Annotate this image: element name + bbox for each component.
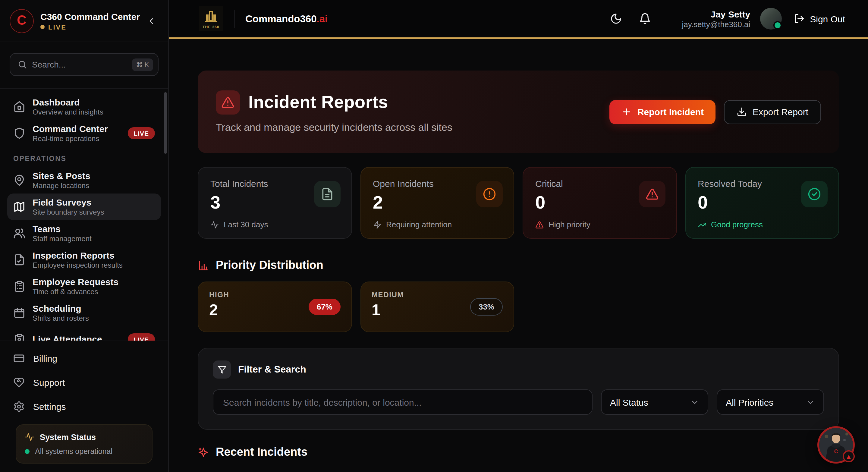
download-icon [737, 107, 747, 117]
stat-footer-label: Last 30 days [224, 220, 268, 229]
sidebar-item-inspection-reports[interactable]: Inspection Reports Employee inspection r… [7, 247, 161, 273]
report-incident-button[interactable]: Report Incident [610, 100, 716, 124]
sidebar-scrollbar[interactable] [164, 92, 167, 154]
sidebar-header: C C360 Command Center LIVE [0, 0, 168, 42]
nav-text: Inspection Reports Employee inspection r… [33, 250, 155, 270]
sidebar-footer: Billing Support Settings System Status [0, 341, 168, 472]
activity-icon [210, 220, 219, 229]
live-label: LIVE [48, 23, 67, 30]
map-pin-icon [13, 174, 25, 186]
filter-panel-header: Filter & Search [213, 360, 824, 379]
system-status-card: System Status All systems operational [16, 424, 153, 464]
page-subtitle: Track and manage security incidents acro… [216, 122, 453, 133]
notifications-button[interactable] [635, 9, 655, 28]
alert-circle-icon [476, 181, 503, 208]
sidebar-item-command-center[interactable]: Command Center Real-time operations LIVE [7, 120, 161, 147]
nav-desc: Shifts and rosters [33, 314, 155, 323]
nav-label: Live Attendance [33, 334, 120, 341]
priority-filter-select[interactable]: All Priorities [717, 389, 824, 415]
nav-text: Sites & Posts Manage locations [33, 170, 155, 190]
chevron-left-icon [147, 16, 156, 26]
page-title: Incident Reports [248, 92, 388, 112]
sidebar-item-settings[interactable]: Settings [7, 394, 161, 418]
incident-search-input[interactable] [213, 389, 592, 415]
sidebar-item-live-attendance[interactable]: Live Attendance LIVE [7, 326, 161, 341]
live-badge: LIVE [127, 127, 155, 139]
nav-desc: Site boundary surveys [33, 208, 155, 217]
brand-live-status: LIVE [40, 23, 137, 30]
nav-label: Billing [33, 353, 57, 363]
filter-controls: All Status All Priorities [213, 389, 824, 415]
sidebar-item-scheduling[interactable]: Scheduling Shifts and rosters [7, 300, 161, 326]
file-check-icon [13, 254, 25, 266]
system-status-title: System Status [40, 433, 96, 442]
top-navbar: THE 360 Commando360.ai Jay Setty jay.set… [169, 0, 868, 39]
sidebar-item-dashboard[interactable]: Dashboard Overview and insights [7, 93, 161, 120]
stat-card-total-incidents: Total Incidents 3 Last 30 days [198, 167, 352, 239]
bar-chart-icon [198, 259, 209, 271]
triangle-alert-icon [535, 220, 544, 229]
main-area: THE 360 Commando360.ai Jay Setty jay.set… [169, 0, 868, 472]
recent-incidents-title: Recent Incidents [198, 445, 839, 459]
stat-card-critical: Critical 0 High priority [523, 167, 677, 239]
sparkles-icon [198, 446, 209, 458]
sign-out-button[interactable]: Sign Out [791, 10, 847, 28]
priority-cards: HIGH 2 67% MEDIUM 1 33% [198, 282, 839, 332]
brand-text: C360 Command Center LIVE [40, 11, 137, 30]
user-info: Jay Setty jay.setty@the360.ai [682, 9, 750, 29]
nav-label: Scheduling [33, 303, 155, 314]
incident-header-left: Incident Reports Track and manage securi… [216, 90, 453, 133]
header-actions: Report Incident Export Report [610, 100, 821, 124]
sidebar-item-support[interactable]: Support [7, 370, 161, 394]
users-icon [13, 227, 25, 239]
nav-desc: Staff management [33, 234, 155, 243]
search-input[interactable] [32, 60, 127, 69]
export-report-button[interactable]: Export Report [724, 100, 821, 124]
sidebar-item-sites-posts[interactable]: Sites & Posts Manage locations [7, 167, 161, 193]
svg-text:C: C [834, 448, 838, 454]
assistant-chat-button[interactable]: C ▲ [817, 426, 855, 464]
stats-row: Total Incidents 3 Last 30 days Open Inci… [198, 167, 839, 239]
report-incident-label: Report Incident [638, 107, 704, 117]
sidebar-item-field-surveys[interactable]: Field Surveys Site boundary surveys [7, 193, 161, 220]
theme-toggle-button[interactable] [607, 9, 626, 28]
moon-icon [610, 13, 622, 25]
credit-card-icon [13, 352, 25, 364]
topbar-right: Jay Setty jay.setty@the360.ai Sign Out [607, 8, 847, 30]
user-avatar[interactable] [760, 8, 781, 30]
stat-footer-label: Good progress [711, 220, 763, 229]
sidebar-search-section: ⌘ K [0, 42, 168, 89]
sidebar-collapse-button[interactable] [144, 13, 158, 28]
priority-card-medium: MEDIUM 1 33% [360, 282, 514, 332]
live-badge: LIVE [127, 333, 155, 341]
system-status-text: All systems operational [35, 447, 113, 456]
page-content: Incident Reports Track and manage securi… [169, 39, 868, 472]
status-filter-value: All Status [610, 397, 648, 407]
recent-incidents-section: Recent Incidents [198, 445, 839, 459]
nav-text: Live Attendance [33, 334, 120, 341]
sign-out-label: Sign Out [810, 13, 845, 24]
nav-label: Teams [33, 223, 155, 234]
nav-label: Sites & Posts [33, 170, 155, 181]
sidebar-item-employee-requests[interactable]: Employee Requests Time off & advances [7, 273, 161, 300]
priority-label: HIGH [209, 290, 340, 299]
assistant-badge-icon: ▲ [843, 450, 855, 462]
activity-icon [25, 432, 34, 442]
nav-text: Scheduling Shifts and rosters [33, 303, 155, 323]
status-filter-select[interactable]: All Status [601, 389, 708, 415]
nav-desc: Manage locations [33, 181, 155, 190]
stat-footer: Good progress [698, 220, 827, 229]
clipboard-list-icon [13, 280, 25, 292]
sidebar-item-billing[interactable]: Billing [7, 346, 161, 370]
zap-icon [373, 220, 381, 229]
file-text-icon [314, 181, 340, 208]
stat-footer: Last 30 days [210, 220, 339, 229]
sidebar-item-teams[interactable]: Teams Staff management [7, 220, 161, 247]
bell-icon [639, 13, 651, 25]
nav-label: Inspection Reports [33, 250, 155, 261]
brand-main: Commando360 [245, 13, 317, 24]
app-logo: C [10, 9, 34, 33]
chevron-down-icon [806, 398, 815, 407]
nav-desc: Time off & advances [33, 287, 155, 296]
nav-text: Teams Staff management [33, 223, 155, 243]
